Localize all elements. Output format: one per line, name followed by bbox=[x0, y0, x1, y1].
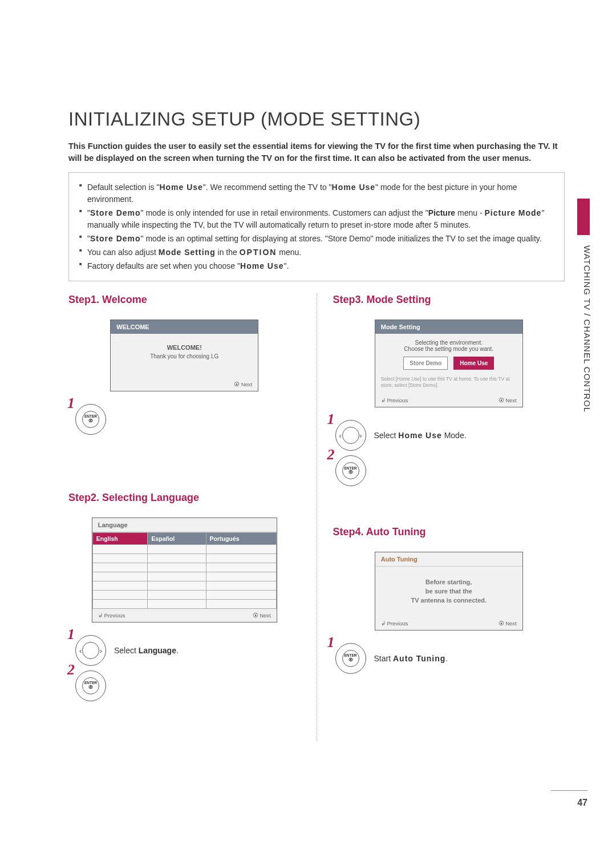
note-item: Default selection is "Home Use". We reco… bbox=[79, 181, 554, 205]
prev-hint: Previous bbox=[381, 620, 408, 626]
language-osd: Language English Español Portugués bbox=[92, 518, 277, 623]
section-tab bbox=[577, 199, 590, 235]
step2-section: Step2. Selecting Language Language Engli… bbox=[68, 492, 301, 701]
enter-button-icon: ENTER bbox=[75, 670, 106, 701]
step4-title: Step4. Auto Tuning bbox=[333, 526, 565, 538]
step-number-1: 1 bbox=[327, 411, 335, 428]
osd-msg-line: TV antenna is connected. bbox=[380, 596, 518, 605]
osd-body: Before starting, be sure that the TV ant… bbox=[375, 567, 522, 617]
lang-col-english: English bbox=[92, 533, 148, 545]
step1-section: Step1. Welcome WELCOME WELCOME! Thank yo… bbox=[68, 294, 301, 435]
page-number-rule bbox=[551, 790, 587, 791]
control-caption: Start Auto Tuning. bbox=[374, 654, 448, 663]
home-use-option: Home Use bbox=[453, 357, 494, 370]
chevron-left-icon: ‹ bbox=[339, 431, 342, 440]
osd-footer: Previous Next bbox=[375, 617, 522, 630]
osd-msg-line: Before starting, bbox=[380, 578, 518, 587]
enter-button-icon: ENTER bbox=[75, 404, 106, 435]
lang-col-portugues: Portugués bbox=[206, 533, 276, 545]
chevron-right-icon: › bbox=[100, 646, 102, 655]
left-column: Step1. Welcome WELCOME WELCOME! Thank yo… bbox=[68, 294, 317, 741]
osd-title: Language bbox=[92, 518, 277, 532]
step-number-1: 1 bbox=[67, 395, 75, 412]
osd-msg-line: be sure that the bbox=[380, 587, 518, 596]
page-title: INITIALIZING SETUP (MODE SETTING) bbox=[68, 108, 565, 130]
section-label: WATCHING TV / CHANNEL CONTROL bbox=[582, 245, 592, 413]
control-row: 1 ENTER bbox=[75, 404, 301, 435]
note-item: Factory defaults are set when you choose… bbox=[79, 260, 554, 272]
enter-button-icon: ENTER bbox=[335, 455, 366, 486]
note-item: "Store Demo" mode is only intended for u… bbox=[79, 207, 554, 231]
notes-box: Default selection is "Home Use". We reco… bbox=[68, 172, 565, 281]
step-number-2: 2 bbox=[327, 446, 335, 463]
enter-dot-icon bbox=[348, 658, 353, 662]
step4-section: Step4. Auto Tuning Auto Tuning Before st… bbox=[333, 526, 565, 674]
next-hint: Next bbox=[253, 612, 271, 619]
osd-welcome-big: WELCOME! bbox=[115, 344, 253, 351]
step-number-2: 2 bbox=[67, 661, 75, 678]
enter-dot-icon bbox=[348, 470, 353, 475]
osd-tiny-note: Select [Home Use] to use this TV at home… bbox=[380, 374, 518, 391]
columns: Step1. Welcome WELCOME WELCOME! Thank yo… bbox=[68, 294, 565, 741]
mode-setting-osd: Mode Setting Selecting the environment. … bbox=[375, 320, 523, 407]
lang-col-espanol: Español bbox=[148, 533, 206, 545]
control-caption: Select Home Use Mode. bbox=[374, 431, 467, 440]
prev-hint: Previous bbox=[98, 612, 125, 619]
right-column: Step3. Mode Setting Mode Setting Selecti… bbox=[317, 294, 565, 741]
osd-title: Mode Setting bbox=[375, 320, 522, 334]
osd-welcome-msg: Thank you for choosing LG bbox=[115, 353, 253, 359]
note-item: You can also adjust Mode Setting in the … bbox=[79, 246, 554, 258]
intro-paragraph: This Function guides the user to easily … bbox=[68, 140, 565, 164]
control-row: 1 ‹ › Select Home Use Mode. bbox=[335, 420, 565, 451]
enter-dot-icon bbox=[88, 419, 93, 423]
note-item: "Store Demo" mode is an optimal setting … bbox=[79, 233, 554, 245]
control-row: 2 ENTER bbox=[75, 670, 301, 701]
control-row: 1 ‹ › Select Language. bbox=[75, 635, 301, 666]
step-number-1: 1 bbox=[67, 626, 75, 643]
osd-body: WELCOME! Thank you for choosing LG bbox=[111, 334, 258, 378]
osd-footer: Previous Next bbox=[375, 394, 522, 407]
next-hint: Next bbox=[499, 620, 517, 626]
osd-title: WELCOME bbox=[111, 320, 258, 334]
osd-msg-line: Choose the setting mode you want. bbox=[380, 346, 518, 352]
osd-footer: Next bbox=[111, 378, 258, 391]
next-hint: Next bbox=[499, 397, 517, 403]
language-table: English Español Portugués bbox=[92, 532, 277, 609]
next-hint: Next bbox=[234, 381, 252, 387]
step-number-1: 1 bbox=[327, 634, 335, 651]
nav-button-icon: ‹ › bbox=[75, 635, 106, 666]
enter-button-icon: ENTER bbox=[335, 643, 366, 674]
page-number: 47 bbox=[577, 798, 587, 808]
manual-page: INITIALIZING SETUP (MODE SETTING) This F… bbox=[0, 0, 616, 865]
auto-tuning-osd: Auto Tuning Before starting, be sure tha… bbox=[375, 552, 523, 630]
mode-options: Store Demo Home Use bbox=[380, 357, 518, 370]
control-row: 2 ENTER bbox=[335, 455, 565, 486]
store-demo-option: Store Demo bbox=[403, 357, 448, 370]
osd-msg-line: Selecting the environment. bbox=[380, 339, 518, 346]
welcome-osd: WELCOME WELCOME! Thank you for choosing … bbox=[110, 320, 258, 391]
step3-section: Step3. Mode Setting Mode Setting Selecti… bbox=[333, 294, 565, 486]
osd-footer: Previous Next bbox=[92, 609, 277, 622]
osd-body: Selecting the environment. Choose the se… bbox=[375, 334, 522, 394]
nav-button-icon: ‹ › bbox=[335, 420, 366, 451]
osd-title: Auto Tuning bbox=[375, 552, 522, 567]
chevron-left-icon: ‹ bbox=[79, 646, 82, 655]
enter-dot-icon bbox=[88, 685, 93, 690]
step2-title: Step2. Selecting Language bbox=[68, 492, 301, 504]
step1-title: Step1. Welcome bbox=[68, 294, 301, 306]
control-caption: Select Language. bbox=[114, 646, 179, 655]
prev-hint: Previous bbox=[381, 397, 408, 403]
step3-title: Step3. Mode Setting bbox=[333, 294, 565, 306]
chevron-right-icon: › bbox=[359, 431, 362, 440]
control-row: 1 ENTER Start Auto Tuning. bbox=[335, 643, 565, 674]
